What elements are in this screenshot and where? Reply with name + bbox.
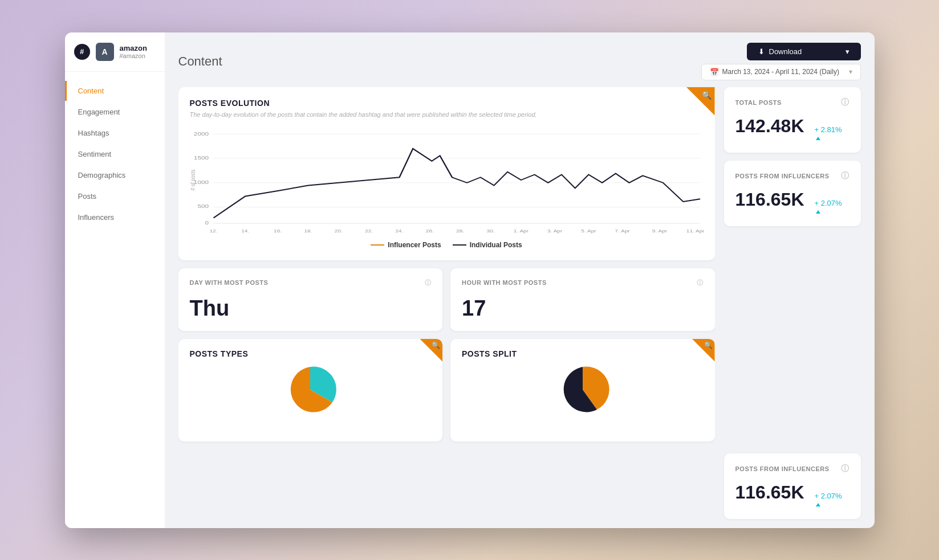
posts-influencers-label: POSTS FROM INFLUENCERS ⓘ: [735, 171, 849, 181]
info-icon-hour: ⓘ: [697, 279, 704, 287]
svg-text:500: 500: [197, 203, 209, 209]
posts-types-chart: [190, 364, 432, 415]
svg-text:28.: 28.: [456, 228, 464, 234]
svg-text:2000: 2000: [193, 130, 208, 137]
svg-text:Mar: Mar: [240, 233, 250, 234]
svg-text:0: 0: [205, 219, 209, 226]
svg-text:Mar: Mar: [208, 233, 218, 234]
day-most-posts-value: Thu: [190, 296, 432, 321]
sidebar-item-influencers[interactable]: Influencers: [65, 207, 165, 227]
avatar: A: [96, 43, 114, 61]
posts-types-title: POSTS TYPES: [190, 349, 432, 358]
sidebar-item-content[interactable]: Content: [65, 81, 165, 101]
right-column: TOTAL POSTS ⓘ 142.48K + 2.81% POSTS F: [724, 87, 861, 519]
day-most-posts-card: DAY WITH MOST POSTS ⓘ Thu: [178, 268, 443, 331]
posts-influencers-up-arrow: [816, 210, 820, 214]
brand-info: amazon #amazon: [120, 44, 147, 59]
hour-most-posts-value: 17: [462, 296, 704, 321]
individual-line-indicator: [453, 244, 466, 246]
svg-text:24.: 24.: [395, 228, 403, 234]
svg-text:14.: 14.: [241, 228, 249, 234]
svg-text:Mar: Mar: [334, 233, 343, 234]
svg-text:9. Apr: 9. Apr: [652, 228, 666, 234]
sidebar-item-sentiment[interactable]: Sentiment: [65, 144, 165, 164]
search-icon-split[interactable]: 🔍: [704, 341, 713, 349]
svg-text:3. Apr: 3. Apr: [547, 228, 562, 234]
svg-text:18.: 18.: [304, 228, 312, 234]
sidebar-item-hashtags[interactable]: Hashtags: [65, 123, 165, 143]
header-actions: ⬇ Download ▾ 📅 March 13, 2024 - April 11…: [701, 43, 861, 80]
posts-split-title: POSTS SPLIT: [462, 349, 704, 358]
app-window: # A amazon #amazon Content Engagement Ha…: [65, 32, 875, 528]
svg-text:Mar: Mar: [364, 233, 373, 234]
total-posts-info-icon: ⓘ: [841, 97, 849, 108]
sidebar: # A amazon #amazon Content Engagement Ha…: [65, 32, 165, 528]
date-filter[interactable]: 📅 March 13, 2024 - April 11, 2024 (Daily…: [701, 64, 861, 80]
svg-text:11. Apr: 11. Apr: [686, 228, 703, 234]
total-posts-up-arrow: [816, 137, 820, 140]
svg-text:Mar: Mar: [425, 233, 434, 234]
download-icon: ⬇: [758, 47, 765, 56]
day-hour-cards-row: DAY WITH MOST POSTS ⓘ Thu HOUR WITH MOST…: [178, 268, 715, 331]
posts-influencers-bottom-info-icon: ⓘ: [841, 464, 849, 474]
search-icon-types[interactable]: 🔍: [432, 341, 440, 349]
svg-text:1500: 1500: [193, 154, 208, 161]
sidebar-item-posts[interactable]: Posts: [65, 186, 165, 206]
posts-types-card: 🔍 POSTS TYPES: [178, 339, 443, 442]
posts-influencers-card: POSTS FROM INFLUENCERS ⓘ 116.65K + 2.07%: [724, 161, 861, 226]
total-posts-value-row: 142.48K + 2.81%: [735, 110, 849, 142]
sidebar-item-engagement[interactable]: Engagement: [65, 102, 165, 122]
chart-legend: Influencer Posts Individual Posts: [190, 241, 704, 249]
total-posts-label: TOTAL POSTS ⓘ: [735, 97, 849, 108]
posts-influencers-bottom-label: POSTS FROM INFLUENCERS ⓘ: [735, 464, 849, 474]
legend-influencer: Influencer Posts: [371, 241, 441, 249]
svg-text:Mar: Mar: [273, 233, 282, 234]
page-title: Content: [178, 54, 222, 69]
hour-most-posts-label: HOUR WITH MOST POSTS ⓘ: [462, 279, 704, 287]
bottom-charts-row: 🔍 POSTS TYPES: [178, 339, 715, 442]
svg-text:Mar: Mar: [394, 233, 404, 234]
posts-split-chart: [462, 364, 704, 415]
total-posts-change: + 2.81%: [814, 125, 849, 142]
posts-influencers-bottom-value: 116.65K: [735, 482, 804, 503]
svg-text:12.: 12.: [209, 228, 217, 234]
hour-most-posts-card: HOUR WITH MOST POSTS ⓘ 17: [450, 268, 715, 331]
svg-text:16.: 16.: [274, 228, 282, 234]
search-icon[interactable]: 🔍: [702, 91, 712, 100]
posts-influencers-bottom-value-row: 116.65K + 2.07%: [735, 476, 849, 509]
svg-text:# of posts: # of posts: [190, 169, 197, 190]
download-button[interactable]: ⬇ Download ▾: [747, 43, 861, 60]
posts-split-card: 🔍 POSTS SPLIT: [450, 339, 715, 442]
posts-influencers-change: + 2.07%: [814, 199, 849, 216]
total-posts-value: 142.48K: [735, 116, 804, 137]
info-icon: ⓘ: [425, 279, 432, 287]
day-most-posts-label: DAY WITH MOST POSTS ⓘ: [190, 279, 432, 287]
calendar-icon: 📅: [710, 68, 719, 76]
chevron-down-icon: ▾: [845, 47, 849, 56]
svg-text:30.: 30.: [486, 228, 494, 234]
posts-influencers-bottom-card: POSTS FROM INFLUENCERS ⓘ 116.65K + 2.07%: [724, 453, 861, 519]
svg-text:22.: 22.: [365, 228, 373, 234]
total-posts-card: TOTAL POSTS ⓘ 142.48K + 2.81%: [724, 87, 861, 153]
svg-text:Mar: Mar: [485, 233, 495, 234]
header: Content ⬇ Download ▾ 📅 March 13, 2024 - …: [165, 32, 875, 87]
sidebar-item-demographics[interactable]: Demographics: [65, 165, 165, 185]
svg-text:Mar: Mar: [455, 233, 465, 234]
brand-handle: #amazon: [120, 52, 147, 59]
date-chevron-icon: ▾: [849, 68, 852, 76]
posts-influencers-info-icon: ⓘ: [841, 171, 849, 181]
posts-influencers-value: 116.65K: [735, 189, 804, 210]
posts-evolution-title: POSTS EVOLUTION: [190, 99, 704, 108]
svg-text:Mar: Mar: [303, 233, 312, 234]
posts-evolution-chart: 2000 1500 1000 500 0 # of posts: [190, 126, 704, 236]
content-area: 🔍 POSTS EVOLUTION The day-to-day evoluti…: [165, 87, 875, 528]
svg-text:1. Apr: 1. Apr: [513, 228, 528, 234]
hash-icon: #: [74, 44, 90, 60]
sidebar-logo: # A amazon #amazon: [65, 32, 165, 72]
main-content: Content ⬇ Download ▾ 📅 March 13, 2024 - …: [165, 32, 875, 528]
svg-text:7. Apr: 7. Apr: [615, 228, 629, 234]
posts-influencers-value-row: 116.65K + 2.07%: [735, 183, 849, 216]
posts-evolution-card: 🔍 POSTS EVOLUTION The day-to-day evoluti…: [178, 87, 715, 260]
brand-name: amazon: [120, 44, 147, 52]
influencer-line-indicator: [371, 244, 384, 246]
